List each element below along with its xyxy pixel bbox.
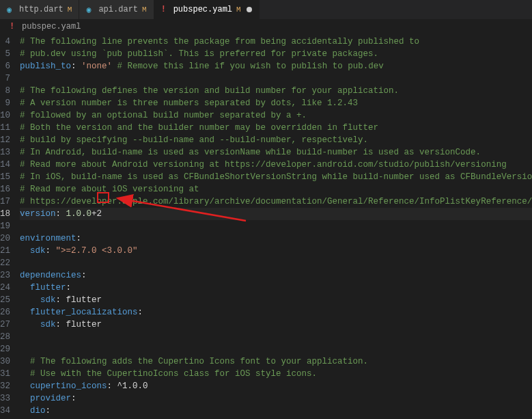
line-number: 10 — [0, 109, 10, 122]
code-line[interactable] — [20, 72, 532, 85]
line-number: 8 — [0, 85, 10, 97]
line-number: 24 — [0, 282, 10, 294]
line-number: 34 — [0, 405, 10, 417]
unsaved-dot-icon — [247, 7, 252, 12]
yaml-icon: ! — [10, 22, 18, 31]
tab-label: pubspec.yaml — [173, 5, 232, 14]
line-number: 25 — [0, 294, 10, 306]
line-number: 21 — [0, 245, 10, 257]
code-line[interactable]: # Read more about iOS versioning at — [20, 183, 532, 195]
dart-icon: ◉ — [86, 5, 94, 15]
yaml-icon: ! — [161, 5, 169, 14]
tab-http-dart[interactable]: ◉http.dartM — [0, 0, 79, 19]
code-line[interactable]: publish_to: 'none' # Remove this line if… — [20, 60, 532, 72]
code-line[interactable]: sdk: ">=2.7.0 <3.0.0" — [20, 245, 532, 257]
tabs-bar: ◉http.dartM◉api.dartM!pubspec.yamlM — [0, 0, 532, 19]
code-line[interactable]: provider: — [20, 392, 532, 405]
tab-label: http.dart — [19, 5, 64, 14]
line-number: 27 — [0, 319, 10, 331]
code-line[interactable]: flutter_localizations: — [20, 306, 532, 319]
line-number: 6 — [0, 60, 10, 72]
code-line[interactable]: # followed by an optional build number s… — [20, 109, 532, 122]
code-line[interactable] — [20, 343, 532, 355]
line-number: 19 — [0, 220, 10, 232]
modified-indicator: M — [236, 5, 241, 14]
dart-icon: ◉ — [7, 5, 15, 15]
code-line[interactable]: environment: — [20, 232, 532, 245]
line-number: 26 — [0, 306, 10, 319]
code-area[interactable]: # The following line prevents the packag… — [20, 34, 532, 418]
line-number: 28 — [0, 331, 10, 343]
code-line[interactable]: # build by specifying --build-name and -… — [20, 134, 532, 146]
line-number: 15 — [0, 171, 10, 183]
tab-label: api.dart — [98, 5, 138, 14]
code-line[interactable]: # Use with the CupertinoIcons class for … — [20, 368, 532, 380]
code-line[interactable]: sdk: flutter — [20, 319, 532, 331]
code-line[interactable]: # Read more about Android versioning at … — [20, 159, 532, 171]
line-number: 16 — [0, 183, 10, 195]
line-number: 30 — [0, 355, 10, 368]
code-line[interactable] — [20, 220, 532, 232]
line-number: 5 — [0, 48, 10, 60]
editor[interactable]: 4567891011121314151617181920212223242526… — [0, 34, 532, 418]
modified-indicator: M — [142, 5, 147, 14]
line-number: 22 — [0, 257, 10, 269]
line-number: 7 — [0, 72, 10, 85]
line-number: 4 — [0, 36, 10, 48]
code-line[interactable]: # The following adds the Cupertino Icons… — [20, 355, 532, 368]
code-line[interactable] — [20, 331, 532, 343]
gutter: 4567891011121314151617181920212223242526… — [0, 34, 20, 418]
line-number: 33 — [0, 392, 10, 405]
line-number: 11 — [0, 122, 10, 134]
code-line[interactable]: dio: — [20, 405, 532, 417]
breadcrumb-text: pubspec.yaml — [22, 22, 81, 31]
code-line[interactable] — [20, 257, 532, 269]
tab-api-dart[interactable]: ◉api.dartM — [79, 0, 154, 19]
code-line[interactable]: dependencies: — [20, 269, 532, 282]
code-line[interactable]: # In Android, build-name is used as vers… — [20, 146, 532, 159]
code-line[interactable]: # Both the version and the builder numbe… — [20, 122, 532, 134]
line-number: 31 — [0, 368, 10, 380]
line-number: 14 — [0, 159, 10, 171]
current-line-highlight — [20, 208, 532, 220]
code-line[interactable]: sdk: flutter — [20, 294, 532, 306]
line-number: 9 — [0, 97, 10, 109]
line-number: 18 — [0, 208, 10, 220]
code-line[interactable]: # The following defines the version and … — [20, 85, 532, 97]
line-number: 32 — [0, 380, 10, 392]
code-line[interactable]: # pub.dev using `pub publish`. This is p… — [20, 48, 532, 60]
code-line[interactable]: cupertino_icons: ^1.0.0 — [20, 380, 532, 392]
code-line[interactable]: # https://developer.apple.com/library/ar… — [20, 195, 532, 208]
breadcrumb: ! pubspec.yaml — [0, 19, 532, 34]
line-number: 12 — [0, 134, 10, 146]
line-number: 23 — [0, 269, 10, 282]
code-line[interactable]: # The following line prevents the packag… — [20, 36, 532, 48]
line-number: 29 — [0, 343, 10, 355]
modified-indicator: M — [68, 5, 72, 14]
code-line[interactable]: # A version number is three numbers sepa… — [20, 97, 532, 109]
code-line[interactable]: flutter: — [20, 282, 532, 294]
tab-pubspec-yaml[interactable]: !pubspec.yamlM — [154, 0, 260, 19]
line-number: 17 — [0, 195, 10, 208]
code-line[interactable]: # In iOS, build-name is used as CFBundle… — [20, 171, 532, 183]
line-number: 20 — [0, 232, 10, 245]
line-number: 13 — [0, 146, 10, 159]
